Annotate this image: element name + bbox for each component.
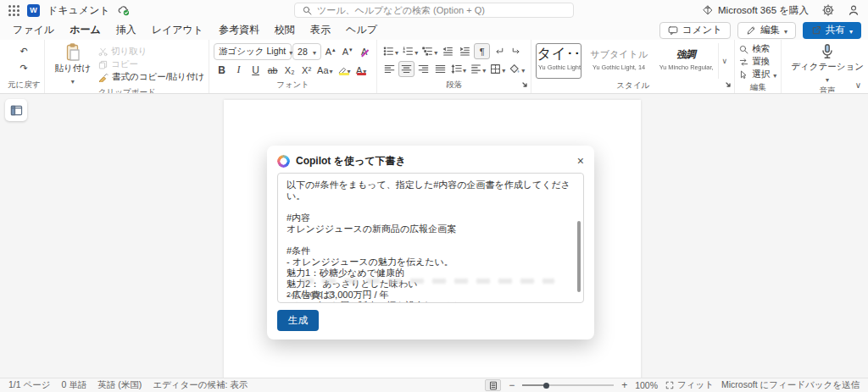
comments-button[interactable]: コメント [659,22,731,39]
replace-button[interactable]: 置換 [739,56,776,68]
dictate-button[interactable]: ディクテーション [786,43,868,84]
group-label-styles: スタイル [616,79,649,93]
account-person-icon[interactable] [848,4,860,16]
down-arrow-icon [349,47,353,58]
generate-button[interactable]: 生成 [277,310,319,331]
format-painter-button[interactable]: 書式のコピー/貼り付け [98,71,204,83]
tab-references[interactable]: 参考資料 [211,20,267,40]
tab-help[interactable]: ヘルプ [338,20,385,40]
tab-review[interactable]: 校閲 [267,20,303,40]
style-emphasis[interactable]: 強調 Yu Mincho Regular, 11 [656,43,715,79]
align-left-button[interactable] [381,61,398,77]
cut-button[interactable]: 切り取り [98,46,204,58]
style-subtitle[interactable]: サブタイトル Yu Gothic Light, 14 [584,43,654,79]
tab-view[interactable]: 表示 [303,20,338,40]
paragraph-dialog-launcher[interactable] [521,79,528,91]
saved-status-icon [118,5,131,16]
word-count[interactable]: 0 単語 [62,379,87,391]
styles-gallery-chevron[interactable]: ∨ [718,43,730,79]
align-center-button[interactable] [398,61,415,77]
paint-bucket-icon [509,63,520,75]
select-button[interactable]: 選択 [739,69,776,80]
numbered-list-button[interactable] [401,43,420,59]
bullet-list-button[interactable] [381,43,400,59]
redo-button[interactable]: ↷ [16,60,32,76]
font-size-select[interactable]: 28 [292,43,321,60]
tab-file[interactable]: ファイル [5,20,62,40]
superscript-icon: X² [302,65,311,75]
zoom-out-button[interactable]: − [509,379,515,391]
close-icon[interactable]: × [577,155,584,167]
font-color-button[interactable]: A [353,62,370,78]
copy-button[interactable]: コピー [98,58,204,70]
search-box[interactable] [294,3,574,18]
subscript-button[interactable]: X₂ [281,62,298,78]
find-button[interactable]: 検索 [739,43,776,55]
settings-gear-icon[interactable] [822,4,834,16]
page-count[interactable]: 1/1 ページ [8,379,51,391]
zoom-slider-thumb[interactable] [543,383,549,389]
editing-mode-button[interactable]: 編集 [737,22,796,39]
chevron-down-icon [330,65,333,75]
premium-diamond-icon [703,5,713,15]
search-input[interactable] [317,5,565,15]
borders-button[interactable] [488,61,507,77]
bold-button[interactable]: B [214,62,230,78]
decrease-indent-button[interactable] [440,43,456,59]
paste-button[interactable]: 貼り付け [49,43,96,86]
textarea-scrollbar[interactable] [577,221,581,292]
editor-suggestions-status[interactable]: エディターの候補: 表示 [153,379,248,391]
language-status[interactable]: 英語 (米国) [97,379,142,391]
line-break-button[interactable] [491,43,507,59]
styles-dialog-launcher[interactable] [725,79,732,91]
line-spacing-button[interactable] [449,61,468,77]
wrap-text-icon [511,47,521,57]
align-right-button[interactable] [415,61,431,77]
tab-home[interactable]: ホーム [62,20,108,40]
shrink-font-button[interactable]: A [339,44,355,60]
paragraph-spacing-button[interactable] [469,61,487,77]
shading-button[interactable] [508,61,526,77]
bullet-list-icon [383,46,394,57]
increase-indent-button[interactable] [457,43,473,59]
share-button[interactable]: 共有 [803,22,861,39]
formatting-marks-toggle[interactable]: ¶ [474,43,490,59]
app-launcher-button[interactable] [8,5,19,16]
feedback-link[interactable]: Microsoft にフィードバックを送信 [721,379,860,391]
style-title[interactable]: タイ･･･ Yu Gothic Light, 28 [536,43,581,79]
strikethrough-button[interactable]: ab [264,62,281,78]
tab-layout[interactable]: レイアウト [144,20,211,40]
prompt-textarea[interactable]: 以下の#条件をまもって、指定した#内容の企画書を作成してください。 #内容 オレ… [277,173,584,303]
status-right: − + 100% フィット Microsoft にフィードバックを送信 [485,379,860,391]
text-highlight-button[interactable] [336,62,353,78]
header-right: Microsoft 365 を購入 [574,4,860,17]
undo-button[interactable]: ↶ [16,43,32,59]
collapse-ribbon-button[interactable]: ∨ [855,80,861,90]
chevron-down-icon [395,47,398,57]
change-case-button[interactable]: Aa [315,62,334,78]
underline-button[interactable]: U [248,62,264,78]
zoom-slider[interactable] [522,384,614,386]
zoom-in-button[interactable]: + [621,379,627,391]
header-left: W ドキュメント [8,3,294,18]
page-view-button[interactable] [485,379,501,391]
dictate-label: ディクテーション [791,61,864,73]
buy-microsoft365-button[interactable]: Microsoft 365 を購入 [703,4,809,17]
fit-to-page-button[interactable]: フィット [665,379,714,391]
justify-button[interactable] [432,61,448,77]
multilevel-list-button[interactable] [420,43,439,59]
grow-font-button[interactable]: A [322,44,338,60]
wrap-text-button[interactable] [508,43,524,59]
superscript-button[interactable]: X² [298,62,314,78]
word-logo-icon[interactable]: W [27,4,40,17]
chevron-down-icon [773,69,776,80]
font-family-select[interactable]: 游ゴシック Light [214,43,292,60]
document-title[interactable]: ドキュメント [47,3,110,18]
zoom-level[interactable]: 100% [635,380,658,390]
top-header: W ドキュメント Microsoft 365 を購入 [0,0,868,20]
clear-formatting-button[interactable]: A [356,44,372,60]
prompt-text: 以下の#条件をまもって、指定した#内容の企画書を作成してください。 #内容 オレ… [287,179,575,303]
italic-button[interactable]: I [231,62,247,78]
navigation-pane-toggle[interactable] [5,99,27,121]
tab-insert[interactable]: 挿入 [108,20,144,40]
